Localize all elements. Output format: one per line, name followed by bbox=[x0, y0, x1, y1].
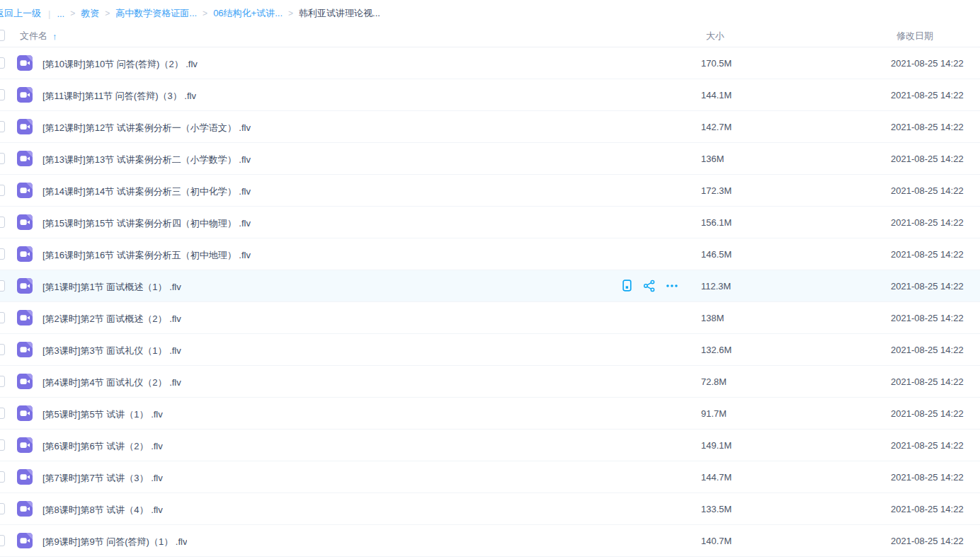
file-name[interactable]: [第4课时]第4节 面试礼仪（2） .flv bbox=[42, 376, 181, 389]
breadcrumb-link[interactable]: ... bbox=[57, 8, 64, 19]
file-name[interactable]: [第9课时]第9节 问答(答辩)（1） .flv bbox=[42, 536, 187, 548]
breadcrumb-links: ...>教资>高中数学资格证面...>06结构化+试讲...> bbox=[57, 7, 299, 20]
file-modified-date: 2021-08-25 14:22 bbox=[891, 58, 964, 69]
sort-ascending-icon[interactable]: ↑ bbox=[52, 31, 57, 42]
file-size: 144.1M bbox=[701, 90, 731, 100]
video-file-icon bbox=[17, 501, 33, 517]
file-row[interactable]: [第13课时]第13节 试讲案例分析二（小学数学） .flv 136M 2021… bbox=[0, 143, 980, 175]
file-row[interactable]: [第2课时]第2节 面试概述（2） .flv 138M 2021-08-25 1… bbox=[0, 302, 980, 334]
file-size: 142.7M bbox=[701, 122, 731, 132]
video-file-icon bbox=[17, 405, 33, 421]
file-size: 112.3M bbox=[701, 281, 731, 292]
file-name[interactable]: [第14课时]第14节 试讲案例分析三（初中化学） .flv bbox=[42, 185, 251, 198]
file-name[interactable]: [第6课时]第6节 试讲（2） .flv bbox=[42, 440, 163, 453]
file-modified-date: 2021-08-25 14:22 bbox=[891, 313, 964, 323]
file-modified-date: 2021-08-25 14:22 bbox=[891, 376, 964, 387]
file-modified-date: 2021-08-25 14:22 bbox=[891, 217, 964, 228]
file-size: 133.5M bbox=[701, 504, 731, 514]
column-header-filename[interactable]: 文件名 bbox=[20, 30, 47, 42]
breadcrumb-link[interactable]: 06结构化+试讲... bbox=[213, 7, 283, 20]
row-checkbox[interactable] bbox=[0, 535, 5, 546]
file-row[interactable]: [第11课时]第11节 问答(答辩)（3） .flv 144.1M 2021-0… bbox=[0, 79, 980, 111]
file-size: 138M bbox=[701, 313, 724, 323]
file-name[interactable]: [第2课时]第2节 面试概述（2） .flv bbox=[42, 313, 181, 325]
file-name[interactable]: [第1课时]第1节 面试概述（1） .flv bbox=[42, 281, 181, 294]
file-name[interactable]: [第16课时]第16节 试讲案例分析五（初中地理） .flv bbox=[42, 249, 251, 262]
row-checkbox[interactable] bbox=[0, 185, 5, 196]
file-modified-date: 2021-08-25 14:22 bbox=[891, 122, 964, 132]
row-checkbox[interactable] bbox=[0, 89, 5, 100]
file-row[interactable]: [第4课时]第4节 面试礼仪（2） .flv 72.8M 2021-08-25 … bbox=[0, 366, 980, 398]
file-modified-date: 2021-08-25 14:22 bbox=[891, 536, 964, 546]
row-checkbox[interactable] bbox=[0, 376, 5, 387]
file-modified-date: 2021-08-25 14:22 bbox=[891, 345, 964, 355]
file-name[interactable]: [第11课时]第11节 问答(答辩)（3） .flv bbox=[42, 90, 196, 103]
row-checkbox[interactable] bbox=[0, 153, 5, 164]
video-file-icon bbox=[17, 119, 33, 134]
file-size: 170.5M bbox=[701, 58, 731, 69]
file-list: [第10课时]第10节 问答(答辩)（2） .flv 170.5M 2021-0… bbox=[0, 47, 980, 557]
save-to-device-icon[interactable] bbox=[620, 280, 633, 292]
column-header-modified[interactable]: 修改日期 bbox=[896, 30, 933, 42]
file-name[interactable]: [第15课时]第15节 试讲案例分析四（初中物理） .flv bbox=[42, 217, 251, 230]
breadcrumb-separator: > bbox=[70, 8, 75, 18]
file-size: 136M bbox=[701, 154, 724, 164]
breadcrumb-separator: > bbox=[288, 8, 293, 18]
file-row[interactable]: [第1课时]第1节 面试概述（1） .flv 112.3M 2021-08-25… bbox=[0, 270, 980, 302]
video-file-icon bbox=[17, 183, 33, 198]
share-icon[interactable] bbox=[643, 280, 656, 292]
file-size: 172.3M bbox=[701, 185, 731, 196]
file-row[interactable]: [第5课时]第5节 试讲（1） .flv 91.7M 2021-08-25 14… bbox=[0, 398, 980, 430]
file-name[interactable]: [第13课时]第13节 试讲案例分析二（小学数学） .flv bbox=[42, 154, 251, 166]
file-name[interactable]: [第10课时]第10节 问答(答辩)（2） .flv bbox=[42, 58, 198, 71]
column-header-size[interactable]: 大小 bbox=[706, 30, 724, 42]
video-file-icon bbox=[17, 214, 33, 230]
file-modified-date: 2021-08-25 14:22 bbox=[891, 440, 964, 451]
file-row[interactable]: [第3课时]第3节 面试礼仪（1） .flv 132.6M 2021-08-25… bbox=[0, 334, 980, 366]
file-row[interactable]: [第6课时]第6节 试讲（2） .flv 149.1M 2021-08-25 1… bbox=[0, 430, 980, 461]
file-name[interactable]: [第8课时]第8节 试讲（4） .flv bbox=[42, 504, 163, 517]
file-row[interactable]: [第12课时]第12节 试讲案例分析一（小学语文） .flv 142.7M 20… bbox=[0, 111, 980, 143]
file-row[interactable]: [第8课时]第8节 试讲（4） .flv 133.5M 2021-08-25 1… bbox=[0, 493, 980, 525]
breadcrumb-link[interactable]: 教资 bbox=[81, 7, 99, 20]
breadcrumb-link[interactable]: 高中数学资格证面... bbox=[115, 7, 197, 20]
row-checkbox[interactable] bbox=[0, 408, 5, 419]
row-checkbox[interactable] bbox=[0, 471, 5, 483]
video-file-icon bbox=[17, 374, 33, 389]
row-checkbox[interactable] bbox=[0, 248, 5, 260]
file-row[interactable]: [第15课时]第15节 试讲案例分析四（初中物理） .flv 156.1M 20… bbox=[0, 207, 980, 238]
video-file-icon bbox=[17, 437, 33, 453]
file-row[interactable]: [第16课时]第16节 试讲案例分析五（初中地理） .flv 146.5M 20… bbox=[0, 238, 980, 270]
file-row[interactable]: [第9课时]第9节 问答(答辩)（1） .flv 140.7M 2021-08-… bbox=[0, 525, 980, 557]
file-name[interactable]: [第12课时]第12节 试讲案例分析一（小学语文） .flv bbox=[42, 122, 251, 134]
row-checkbox[interactable] bbox=[0, 121, 5, 132]
file-name[interactable]: [第7课时]第7节 试讲（3） .flv bbox=[42, 472, 163, 485]
breadcrumb-separator: > bbox=[105, 8, 110, 18]
row-checkbox[interactable] bbox=[0, 57, 5, 69]
more-icon[interactable] bbox=[666, 280, 678, 292]
row-checkbox[interactable] bbox=[0, 503, 5, 514]
select-all-checkbox[interactable] bbox=[0, 30, 5, 41]
file-modified-date: 2021-08-25 14:22 bbox=[891, 154, 964, 164]
back-to-parent-link[interactable]: 返回上一级 bbox=[0, 7, 41, 20]
video-file-icon bbox=[17, 246, 33, 262]
file-row[interactable]: [第10课时]第10节 问答(答辩)（2） .flv 170.5M 2021-0… bbox=[0, 47, 980, 79]
row-checkbox[interactable] bbox=[0, 344, 5, 355]
file-row[interactable]: [第7课时]第7节 试讲（3） .flv 144.7M 2021-08-25 1… bbox=[0, 461, 980, 493]
video-file-icon bbox=[17, 533, 33, 548]
file-modified-date: 2021-08-25 14:22 bbox=[891, 281, 964, 292]
file-modified-date: 2021-08-25 14:22 bbox=[891, 408, 964, 419]
file-name[interactable]: [第5课时]第5节 试讲（1） .flv bbox=[42, 408, 163, 421]
row-checkbox[interactable] bbox=[0, 439, 5, 451]
row-checkbox[interactable] bbox=[0, 280, 5, 292]
video-file-icon bbox=[17, 278, 33, 294]
row-checkbox[interactable] bbox=[0, 217, 5, 228]
file-size: 156.1M bbox=[701, 217, 731, 228]
file-row[interactable]: [第14课时]第14节 试讲案例分析三（初中化学） .flv 172.3M 20… bbox=[0, 175, 980, 207]
row-actions bbox=[620, 280, 678, 292]
breadcrumb: 返回上一级 | ...>教资>高中数学资格证面...>06结构化+试讲...> … bbox=[0, 0, 980, 27]
file-name[interactable]: [第3课时]第3节 面试礼仪（1） .flv bbox=[42, 345, 181, 357]
row-checkbox[interactable] bbox=[0, 312, 5, 323]
file-size: 146.5M bbox=[701, 249, 731, 260]
breadcrumb-current-folder: 韩利亚试讲理论视... bbox=[299, 7, 380, 20]
